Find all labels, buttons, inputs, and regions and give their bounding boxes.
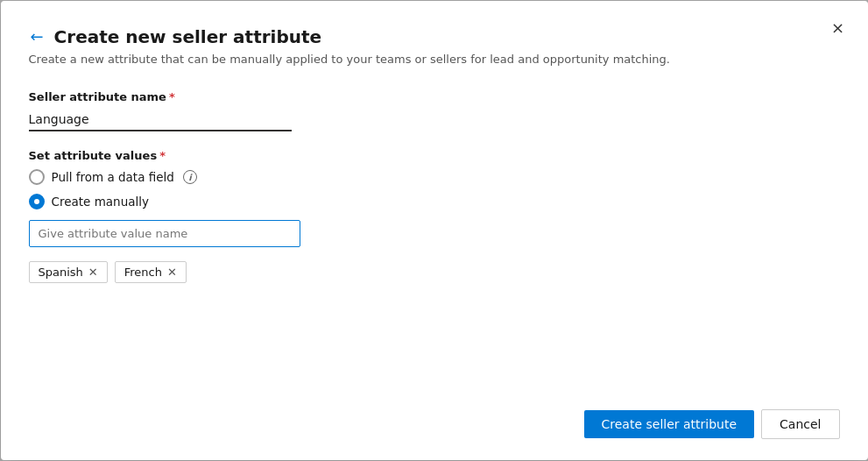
dialog: × ← Create new seller attribute Create a… (1, 1, 868, 460)
back-button[interactable]: ← (29, 25, 46, 47)
tag-french: French ✕ (115, 261, 187, 283)
radio-pull-label: Pull from a data field (52, 170, 174, 184)
set-values-label: Set attribute values * (29, 149, 840, 162)
attribute-value-input[interactable] (29, 220, 300, 247)
required-marker-2: * (159, 149, 166, 162)
dialog-header: ← Create new seller attribute (29, 25, 840, 47)
close-button[interactable]: × (826, 15, 850, 39)
attribute-name-section: Seller attribute name * (29, 90, 840, 131)
create-seller-attribute-button[interactable]: Create seller attribute (584, 410, 755, 438)
set-attribute-values-section: Set attribute values * Pull from a data … (29, 149, 840, 283)
tag-french-label: French (124, 266, 162, 279)
radio-item-pull[interactable]: Pull from a data field i (29, 169, 840, 185)
info-icon[interactable]: i (183, 170, 197, 184)
attribute-name-input[interactable] (29, 109, 292, 131)
dialog-subtitle: Create a new attribute that can be manua… (29, 53, 840, 66)
dialog-footer: Create seller attribute Cancel (29, 395, 840, 439)
required-marker: * (169, 90, 175, 103)
dialog-title: Create new seller attribute (54, 26, 322, 47)
tag-spanish: Spanish ✕ (29, 261, 108, 283)
tag-spanish-label: Spanish (39, 266, 83, 279)
radio-item-manual[interactable]: Create manually (29, 194, 840, 209)
radio-manual[interactable] (29, 194, 45, 209)
dialog-overlay: × ← Create new seller attribute Create a… (0, 0, 868, 461)
radio-manual-label: Create manually (52, 195, 149, 209)
cancel-button[interactable]: Cancel (761, 409, 839, 439)
tag-french-remove[interactable]: ✕ (167, 266, 177, 278)
radio-group: Pull from a data field i Create manually (29, 169, 840, 209)
radio-pull[interactable] (29, 169, 45, 185)
back-icon: ← (31, 27, 44, 46)
tags-row: Spanish ✕ French ✕ (29, 261, 840, 283)
attribute-name-label: Seller attribute name * (29, 90, 840, 103)
tag-spanish-remove[interactable]: ✕ (88, 266, 98, 278)
